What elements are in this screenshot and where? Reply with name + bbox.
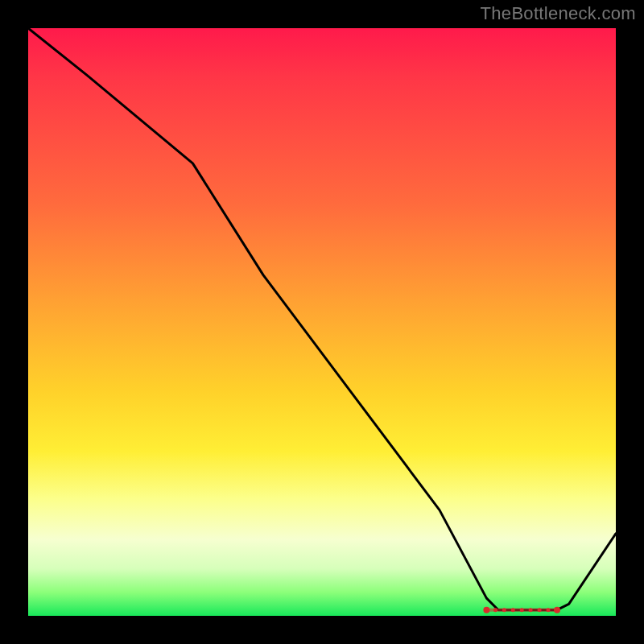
watermark-text: TheBottleneck.com [481, 3, 636, 24]
plot-area [28, 28, 616, 616]
optimum-dot [483, 607, 489, 613]
optimum-dot [554, 607, 560, 613]
optimum-dot [511, 608, 515, 612]
optimum-dot [520, 608, 524, 612]
curve-layer [28, 28, 616, 616]
bottleneck-curve [28, 28, 616, 610]
optimum-dot [502, 608, 506, 612]
optimum-dot [547, 608, 551, 612]
optimum-dot [529, 608, 533, 612]
optimum-dot [493, 608, 497, 612]
optimum-dot [538, 608, 542, 612]
chart-frame: TheBottleneck.com [0, 0, 644, 644]
